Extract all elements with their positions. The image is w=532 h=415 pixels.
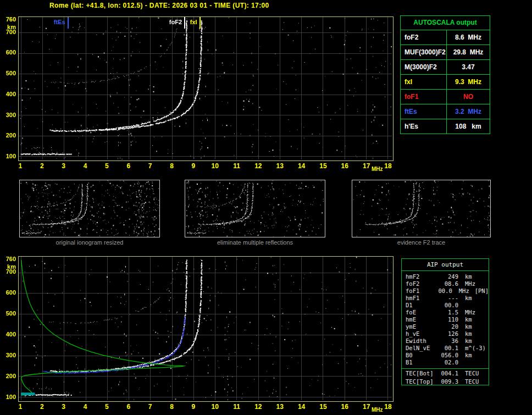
x-axis-unit-label-bottom: MHz	[370, 407, 384, 413]
autoscala-param-value: 3.47	[447, 60, 490, 74]
aip-param-value: 00.0	[434, 287, 452, 295]
aip-param-unit: km	[465, 316, 472, 323]
aip-param-name: ymE	[406, 323, 437, 330]
autoscala-row-fxI: fxI9.3 MHz	[401, 74, 490, 89]
y-tick-label-bottom: 300	[1, 352, 16, 358]
aip-param-unit: MHz	[465, 280, 475, 287]
x-tick-label-bottom: 14	[295, 403, 308, 411]
x-axis-unit-label-top: MHz	[370, 166, 384, 172]
aip-row-h_vE: h_vE126km	[402, 330, 489, 337]
aip-param-name: Ewidth	[406, 337, 437, 345]
x-tick-label-bottom: 6	[122, 403, 135, 411]
y-tick-label-top: 760	[1, 16, 16, 23]
top-ionogram-panel	[18, 16, 394, 161]
aip-row-hmF1: hmF1---km	[402, 295, 489, 302]
aip-param-value: 009.3	[437, 378, 458, 385]
autoscala-param-label: M(3000)F2	[401, 60, 447, 74]
x-tick-label-bottom: 2	[35, 403, 48, 411]
thumbnail-f2-trace-canvas	[352, 180, 490, 237]
aip-output-table: AIP output hmF2249kmfoF208.6MHzfoF100.0M…	[401, 258, 489, 385]
aip-param-unit: MHz	[465, 309, 475, 316]
marker-label-fxI: fxI	[180, 19, 197, 25]
x-tick-label-bottom: 3	[57, 403, 70, 411]
x-tick-label-bottom: 8	[165, 403, 178, 411]
autoscala-param-value: 8.6 MHz	[447, 30, 490, 45]
aip-row-hmE: hmE110km	[402, 316, 489, 323]
y-axis-unit-label-bottom: km	[1, 263, 16, 270]
thumbnail-caption-original: original ionogram resized	[19, 239, 160, 246]
x-tick-label-bottom: 5	[100, 403, 113, 411]
autoscala-param-value: 3.2 MHz	[447, 104, 490, 119]
aip-param-name: hmF1	[406, 295, 437, 302]
aip-row-hmF2: hmF2249km	[402, 273, 489, 280]
x-tick-label-top: 13	[273, 162, 286, 170]
autoscala-param-value: 29.8 MHz	[447, 45, 490, 59]
autoscala-table-header: AUTOSCALA output	[401, 16, 490, 30]
x-tick-label-top: 2	[35, 162, 48, 170]
aip-param-note: [PN]	[475, 287, 489, 295]
aip-param-value: 249	[437, 273, 458, 280]
autoscala-param-label: fxI	[401, 75, 447, 89]
x-tick-label-top: 1	[14, 162, 27, 170]
y-tick-label-top: 300	[1, 112, 16, 118]
aip-param-name: h_vE	[406, 330, 437, 337]
x-tick-label-bottom: 11	[230, 403, 243, 411]
aip-param-unit: m^(-3)	[465, 345, 486, 352]
x-tick-label-top: 7	[143, 162, 157, 170]
aip-row-Ewidth: Ewidth36km	[402, 337, 489, 345]
y-tick-label-bottom: 200	[1, 373, 16, 379]
aip-param-value: 1.5	[437, 309, 458, 316]
bottom-ionogram-panel	[18, 256, 394, 402]
y-tick-label-bottom: 400	[1, 331, 16, 337]
aip-param-name: TEC[Top]	[406, 378, 437, 385]
aip-row-TEC[Bot]: TEC[Bot]004.1TECU	[402, 368, 489, 378]
y-tick-label-top: 500	[1, 70, 16, 76]
aip-param-name: DelN_vE	[406, 345, 437, 352]
aip-param-value: 36	[437, 337, 458, 345]
autoscala-screen: Rome (lat: +41.8, lon: 012.5) - DATE: 20…	[0, 0, 532, 415]
x-tick-label-top: 10	[208, 162, 221, 170]
autoscala-param-label: MUF(3000)F2	[401, 45, 447, 59]
autoscala-row-M(3000)F2: M(3000)F23.47	[401, 59, 490, 74]
x-tick-label-bottom: 1	[14, 403, 27, 411]
aip-row-B0: B0056.0km	[402, 352, 489, 359]
x-tick-label-top: 16	[338, 162, 351, 170]
thumbnail-multiple-reflections-canvas	[185, 180, 325, 237]
x-tick-label-top: 8	[165, 162, 178, 170]
x-tick-label-top: 9	[187, 162, 200, 170]
autoscala-row-ftEs: ftEs3.2 MHz	[401, 104, 490, 119]
thumbnail-f2-trace	[352, 180, 491, 237]
aip-param-unit: MHz	[459, 287, 469, 295]
aip-param-unit: km	[465, 337, 472, 345]
y-tick-label-bottom: 760	[1, 256, 16, 262]
y-tick-label-top: 200	[1, 132, 16, 139]
aip-param-unit: km	[465, 330, 472, 337]
y-axis-unit-label-top: km	[1, 24, 16, 30]
y-tick-label-top: 400	[1, 91, 16, 97]
aip-param-value: 110	[437, 316, 458, 323]
x-tick-label-top: 6	[122, 162, 135, 170]
x-tick-label-top: 5	[100, 162, 113, 170]
aip-param-unit: km	[465, 273, 472, 280]
autoscala-param-value: 9.3 MHz	[447, 75, 490, 89]
aip-param-name: hmF2	[406, 273, 437, 280]
x-tick-label-bottom: 16	[338, 403, 351, 411]
x-tick-label-bottom: 10	[208, 403, 221, 411]
thumbnail-caption-multiple-reflections: eliminate multiple reflections	[185, 239, 325, 246]
aip-param-value: 00.0	[437, 302, 458, 309]
thumbnail-caption-f2-trace: evidence F2 trace	[352, 239, 491, 246]
bottom-ionogram-canvas	[19, 257, 392, 400]
aip-param-value: ---	[437, 295, 458, 302]
thumbnail-multiple-reflections	[185, 180, 325, 237]
aip-table-rows: hmF2249kmfoF208.6MHzfoF100.0MHz[PN]hmF1-…	[402, 271, 489, 385]
aip-row-D1: D100.0	[402, 302, 489, 309]
thumbnail-original-ionogram	[19, 180, 160, 237]
autoscala-param-label: foF1	[401, 90, 447, 104]
x-tick-label-bottom: 15	[317, 403, 330, 411]
aip-table-header: AIP output	[402, 259, 489, 271]
x-tick-label-bottom: 13	[273, 403, 286, 411]
aip-param-unit: TECU	[465, 378, 479, 385]
aip-param-value: 00.1	[437, 345, 458, 352]
x-tick-label-top: 11	[230, 162, 243, 170]
thumbnail-original-canvas	[20, 180, 159, 237]
